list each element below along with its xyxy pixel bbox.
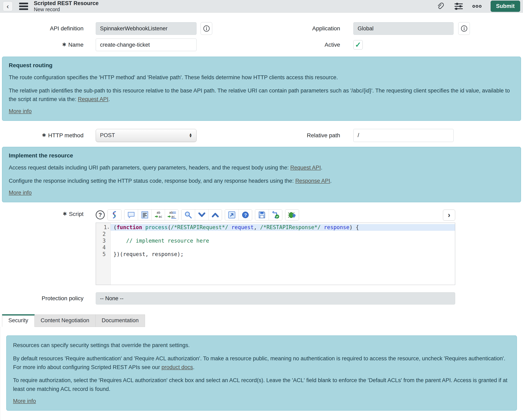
validate-script-icon[interactable] [269,210,282,220]
personalize-form-sliders-icon[interactable] [454,2,463,11]
request-routing-p2: The relative path identifies the sub-pat… [9,86,514,104]
name-field[interactable] [96,39,196,51]
chevron-right-icon: › [448,211,450,219]
format-code-icon[interactable] [138,210,151,220]
field-help-icon[interactable]: ? [96,210,105,219]
http-method-select[interactable]: POST ▲▼ [96,129,196,142]
name-label: ✱Name [0,41,83,48]
script-toolbar: ? abac abac [96,209,523,221]
application-field[interactable] [353,22,454,35]
check-icon: ✓ [355,41,361,49]
http-method-value: POST [100,132,115,139]
editor-help-icon[interactable]: ? [238,210,252,220]
api-definition-label: API definition [0,25,83,32]
implement-resource-note: Implement the resource Access request de… [2,147,521,202]
http-method-label: ✱HTTP method [0,132,83,139]
security-note: Resources can specify security settings … [6,336,517,411]
svg-text:?: ? [244,213,247,218]
implement-resource-title: Implement the resource [9,152,514,159]
security-tab-panel: Resources can specify security settings … [0,327,523,420]
request-routing-note: Request routing The route configuration … [2,57,521,121]
row-protection-policy: Protection policy [0,292,523,305]
request-api-link[interactable]: Request API [290,165,321,171]
security-p2: By default resources 'Require authentica… [13,354,510,371]
more-options-icon[interactable] [472,2,482,11]
application-info-button[interactable] [458,22,470,35]
syntax-check-button[interactable] [108,210,121,220]
relative-path-label: Relative path [236,132,340,139]
find-next-chevron-down-icon[interactable] [195,210,208,220]
svg-text:ab: ab [157,211,160,214]
svg-text:ac: ac [159,215,162,219]
search-icon[interactable] [181,210,195,220]
attachment-paperclip-icon[interactable] [436,2,445,11]
required-icon: ✱ [63,211,67,216]
response-api-link[interactable]: Response API [295,178,330,184]
product-docs-link[interactable]: product docs [162,364,193,370]
form-header: ‹ Scripted REST Resource New record Subm… [0,0,523,13]
request-routing-p1: The route configuration specifies the 'H… [9,73,514,82]
expand-script-button[interactable]: › [443,210,455,221]
active-checkbox[interactable]: ✓ [353,40,363,49]
svg-text:ac: ac [171,215,175,219]
code-line-3: // implement resource here [111,238,455,244]
required-icon: ✱ [62,42,66,47]
protection-policy-label: Protection policy [0,295,83,302]
chevron-left-icon: ‹ [7,2,9,10]
debug-icon[interactable] [285,210,299,220]
context-menu-icon[interactable] [19,1,28,11]
svg-text:ab: ab [169,211,173,214]
code-line-4 [111,244,455,251]
submit-button[interactable]: Submit [491,1,520,12]
code-line-1: (function process(/*RESTAPIRequest*/ req… [111,224,455,231]
code-area[interactable]: (function process(/*RESTAPIRequest*/ req… [111,223,455,285]
fold-icon: ▾ [107,226,109,230]
header-titles: Scripted REST Resource New record [34,0,98,12]
editor-gutter: 1▾ 2 3 4 5 [96,223,111,285]
replace-all-icon[interactable]: abac [165,210,178,220]
implement-resource-p2: Configure the response including setting… [9,177,514,185]
required-icon: ✱ [42,132,46,138]
select-arrows-icon: ▲▼ [189,133,192,138]
find-previous-chevron-up-icon[interactable] [208,210,222,220]
request-api-link[interactable]: Request API [78,96,108,102]
page-title: Scripted REST Resource [34,0,98,7]
relative-path-field[interactable] [353,129,454,142]
code-line-5: })(request, response); [111,251,455,258]
script-editor[interactable]: 1▾ 2 3 4 5 (function process(/*RESTAPIRe… [96,223,455,285]
implement-resource-p1: Access request details including URI pat… [9,163,514,172]
row-name-active: ✱Name Active ✓ [0,38,523,51]
back-button[interactable]: ‹ [3,1,13,11]
security-more-info-link[interactable]: More info [13,398,36,404]
api-definition-field[interactable] [96,22,196,35]
script-label: ✱Script [0,211,83,217]
security-p3: To require authorization, select the 'Re… [13,376,510,393]
script-section: ✱Script ? abac abac [0,209,523,285]
tab-security[interactable]: Security [2,314,35,327]
replace-icon[interactable]: abac [151,210,165,220]
row-api-definition: API definition Application [0,22,523,35]
request-routing-title: Request routing [9,62,514,69]
save-icon[interactable] [255,210,269,220]
implement-resource-more-info-link[interactable]: More info [9,190,32,196]
tab-content-negotiation[interactable]: Content Negotiation [35,314,96,327]
row-method-path: ✱HTTP method POST ▲▼ Relative path [0,129,523,142]
page-subtitle: New record [34,7,98,12]
active-label: Active [236,41,340,48]
tab-documentation[interactable]: Documentation [96,314,145,327]
api-definition-info-button[interactable] [201,22,212,35]
request-routing-more-info-link[interactable]: More info [9,108,32,114]
protection-policy-field[interactable] [96,292,455,305]
security-p1: Resources can specify security settings … [13,341,510,350]
tab-strip: Security Content Negotiation Documentati… [2,314,523,327]
toggle-comment-icon[interactable] [124,210,138,220]
code-line-2 [111,231,455,238]
application-label: Application [236,25,340,32]
open-in-editor-icon[interactable] [225,210,238,220]
